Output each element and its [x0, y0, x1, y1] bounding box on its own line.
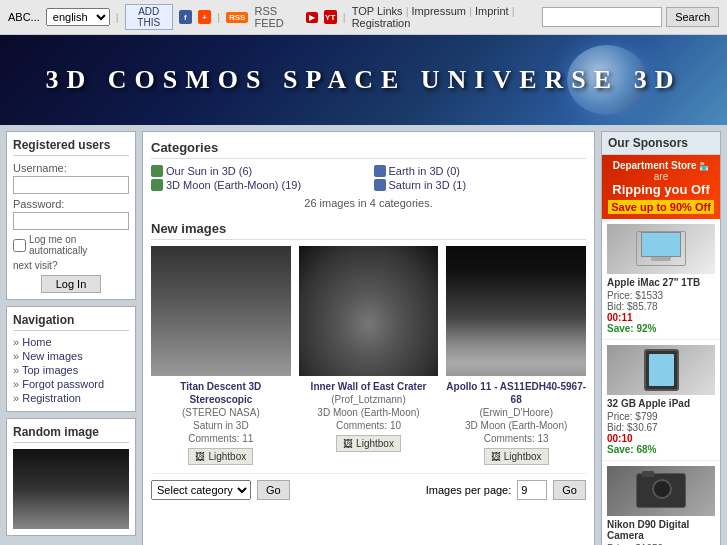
search-input[interactable] [542, 7, 662, 27]
rss-feed-label: RSS FEED [254, 5, 299, 29]
nav-item-top-images[interactable]: Top images [13, 363, 129, 377]
image-category-crater: 3D Moon (Earth-Moon) [317, 407, 419, 418]
nav-item-new-images[interactable]: New images [13, 349, 129, 363]
password-label: Password: [13, 198, 129, 210]
image-card-titan: Titan Descent 3D Stereoscopic (STEREO NA… [151, 246, 291, 465]
nav-item-registration[interactable]: Registration [13, 391, 129, 405]
auction-item-imac[interactable]: Apple iMac 27" 1TB Price: $1533 Bid: $85… [602, 219, 720, 340]
nav-item-forgot-password[interactable]: Forgot password [13, 377, 129, 391]
auction-price-ipad: Price: $799 [607, 411, 715, 422]
image-caption-apollo: Apollo 11 - AS11EDH40-5967-68 (Erwin_D'H… [446, 380, 586, 465]
ad-store: Department Store 🏪 [607, 160, 715, 171]
category-select[interactable]: Select category [151, 480, 251, 500]
ad-are: are [607, 171, 715, 182]
auction-thumb-ipad [607, 345, 715, 395]
sponsors-title: Our Sponsors [602, 132, 720, 155]
categories-title: Categories [151, 140, 586, 159]
remember-checkbox[interactable] [13, 239, 26, 252]
new-images-title: New images [151, 221, 586, 240]
image-comments-apollo: Comments: 13 [484, 433, 549, 444]
bottom-bar: Select category Go Images per page: Go [151, 473, 586, 500]
image-thumb-titan[interactable] [151, 246, 291, 376]
auction-time-imac: 00:11 [607, 312, 715, 323]
language-select[interactable]: english german french spanish [46, 8, 110, 26]
auction-time-ipad: 00:10 [607, 433, 715, 444]
next-visit-label: next visit? [13, 260, 129, 271]
addthis-button[interactable]: ADD THIS [125, 4, 173, 30]
image-comments-titan: Comments: 11 [188, 433, 253, 444]
cat-label-earth: Earth in 3D (0) [389, 165, 461, 177]
registration-link[interactable]: Registration [352, 17, 411, 29]
image-link-titan[interactable]: Titan Descent 3D Stereoscopic [180, 381, 261, 405]
share-icon: + [198, 10, 211, 24]
image-card-apollo: Apollo 11 - AS11EDH40-5967-68 (Erwin_D'H… [446, 246, 586, 465]
random-image-thumb[interactable] [13, 449, 129, 529]
category-item-moon[interactable]: 3D Moon (Earth-Moon) (19) [151, 179, 364, 191]
sep1: | [116, 11, 119, 23]
lightbox-button-apollo[interactable]: 🖼 Lightbox [484, 448, 549, 465]
ad-save: Save up to 90% Off [608, 200, 714, 214]
images-per-page-input[interactable] [517, 480, 547, 500]
site-header: 3D Cosmos Space Universe 3D [0, 35, 727, 125]
image-card-crater: Inner Wall of East Crater (Prof_Lotzmann… [299, 246, 439, 465]
cat-label-sun: Our Sun in 3D (6) [166, 165, 252, 177]
image-thumb-apollo[interactable] [446, 246, 586, 376]
auction-item-nikon[interactable]: Nikon D90 Digital Camera Price: $1050 Bi… [602, 461, 720, 545]
category-item-saturn[interactable]: Saturn in 3D (1) [374, 179, 587, 191]
nav-list: Home New images Top images Forgot passwo… [13, 335, 129, 405]
right-sidebar: Our Sponsors Department Store 🏪 are Ripp… [601, 131, 721, 545]
cat-icon-earth [374, 165, 386, 177]
nav-item-home[interactable]: Home [13, 335, 129, 349]
main-layout: Registered users Username: Password: Log… [0, 125, 727, 545]
category-item-sun[interactable]: Our Sun in 3D (6) [151, 165, 364, 177]
ad-banner[interactable]: Department Store 🏪 are Ripping you Off S… [602, 155, 720, 219]
cat-label-moon: 3D Moon (Earth-Moon) (19) [166, 179, 301, 191]
image-link-apollo[interactable]: Apollo 11 - AS11EDH40-5967-68 [446, 381, 586, 405]
lightbox-button-titan[interactable]: 🖼 Lightbox [188, 448, 253, 465]
search-box: Search [542, 7, 719, 27]
addthis-icon: f [179, 10, 192, 24]
auction-thumb-imac [607, 224, 715, 274]
search-button[interactable]: Search [666, 7, 719, 27]
imprint-link[interactable]: Imprint [475, 5, 509, 17]
image-link-crater[interactable]: Inner Wall of East Crater [311, 381, 427, 392]
image-comments-crater: Comments: 10 [336, 420, 401, 431]
auction-thumb-nikon [607, 466, 715, 516]
categories-section: Categories Our Sun in 3D (6) Earth in 3D… [151, 140, 586, 209]
center-content: Categories Our Sun in 3D (6) Earth in 3D… [142, 131, 595, 545]
sponsors-box: Our Sponsors Department Store 🏪 are Ripp… [601, 131, 721, 545]
username-input[interactable] [13, 176, 129, 194]
auction-price-imac: Price: $1533 [607, 290, 715, 301]
cat-icon-sun [151, 165, 163, 177]
login-button[interactable]: Log In [41, 275, 102, 293]
top-links-link[interactable]: TOP Links [352, 5, 403, 17]
rss-icon: RSS [226, 12, 248, 23]
lightbox-label-apollo: Lightbox [504, 451, 542, 462]
image-caption-crater: Inner Wall of East Crater (Prof_Lotzmann… [311, 380, 427, 452]
cat-icon-saturn [374, 179, 386, 191]
images-per-page-section: Images per page: Go [426, 480, 586, 500]
cat-icon-moon [151, 179, 163, 191]
navigation-title: Navigation [13, 313, 129, 331]
impressum-link[interactable]: Impressum [412, 5, 466, 17]
image-category-titan: Saturn in 3D [193, 420, 249, 431]
category-item-earth[interactable]: Earth in 3D (0) [374, 165, 587, 177]
image-caption-titan: Titan Descent 3D Stereoscopic (STEREO NA… [151, 380, 291, 465]
image-author-apollo: (Erwin_D'Hoore) [479, 407, 553, 418]
lightbox-icon-crater: 🖼 [343, 438, 353, 449]
left-sidebar: Registered users Username: Password: Log… [6, 131, 136, 545]
registered-users-box: Registered users Username: Password: Log… [6, 131, 136, 300]
category-go-button[interactable]: Go [257, 480, 290, 500]
abc-label: ABC... [8, 11, 40, 23]
image-thumb-crater[interactable] [299, 246, 439, 376]
lightbox-button-crater[interactable]: 🖼 Lightbox [336, 435, 401, 452]
images-per-page-label: Images per page: [426, 484, 512, 496]
youtube-icon: ▶ [306, 12, 318, 23]
password-input[interactable] [13, 212, 129, 230]
lightbox-icon-titan: 🖼 [195, 451, 205, 462]
images-per-page-go-button[interactable]: Go [553, 480, 586, 500]
lightbox-label-crater: Lightbox [356, 438, 394, 449]
image-author-crater: (Prof_Lotzmann) [331, 394, 405, 405]
auction-item-ipad[interactable]: 32 GB Apple iPad Price: $799 Bid: $30.67… [602, 340, 720, 461]
sep3: | [343, 11, 346, 23]
